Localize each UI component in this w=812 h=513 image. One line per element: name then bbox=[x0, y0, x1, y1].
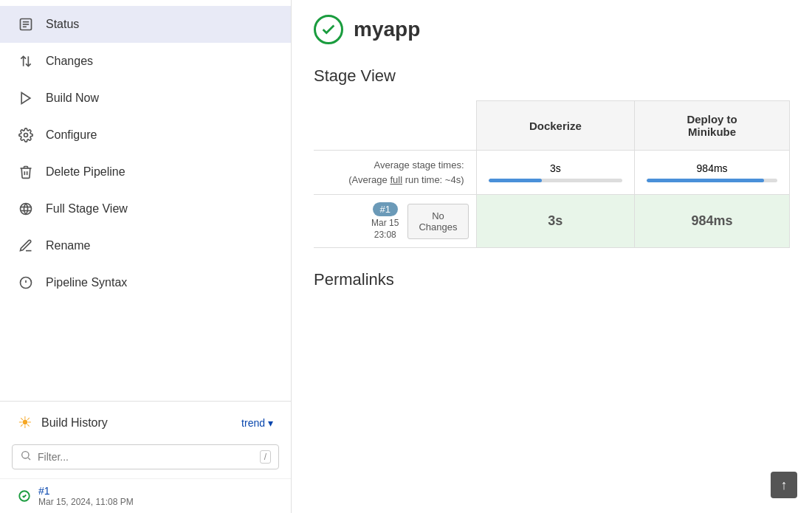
trend-button[interactable]: trend ▾ bbox=[241, 417, 273, 429]
sun-icon: ☀ bbox=[18, 413, 32, 433]
build-info-cell: #1 Mar 15 23:08 NoChanges bbox=[314, 195, 476, 248]
build-item-info: #1 Mar 15, 2024, 11:08 PM bbox=[38, 485, 134, 507]
svg-point-8 bbox=[21, 204, 32, 215]
sidebar-nav: Status Changes Build Now bbox=[0, 0, 291, 401]
build-history-header: ☀ Build History trend ▾ bbox=[0, 402, 291, 444]
sidebar-item-build-now[interactable]: Build Now bbox=[0, 80, 291, 117]
avg-dockerize-cell: 3s bbox=[476, 151, 635, 195]
sidebar-item-configure-label: Configure bbox=[46, 128, 97, 142]
changes-icon bbox=[18, 53, 34, 69]
sidebar-item-status[interactable]: Status bbox=[0, 6, 291, 43]
avg-deploy-content: 984ms bbox=[647, 162, 777, 182]
build-badge-num: #1 bbox=[373, 202, 398, 216]
permalinks-title: Permalinks bbox=[314, 270, 790, 289]
dockerize-progress-bar bbox=[489, 179, 623, 182]
sidebar-item-build-now-label: Build Now bbox=[46, 92, 99, 105]
stage-view-title: Stage View bbox=[314, 66, 790, 86]
trend-label: trend bbox=[241, 417, 265, 429]
build-number[interactable]: #1 bbox=[38, 485, 134, 497]
pipeline-syntax-icon bbox=[18, 275, 34, 291]
avg-dockerize-time: 3s bbox=[550, 162, 561, 174]
filter-bar: / bbox=[12, 444, 279, 469]
success-check-icon bbox=[314, 15, 343, 44]
deploy-progress-bar bbox=[647, 179, 777, 182]
dockerize-progress-fill bbox=[489, 179, 543, 182]
stage-view-table: Dockerize Deploy to Minikube Average sta… bbox=[314, 100, 790, 248]
build-item: #1 Mar 15, 2024, 11:08 PM bbox=[0, 478, 291, 513]
svg-line-15 bbox=[28, 458, 30, 460]
no-changes-label: NoChanges bbox=[419, 210, 457, 233]
configure-icon bbox=[18, 127, 34, 143]
sidebar-item-full-stage-view-label: Full Stage View bbox=[46, 202, 128, 216]
svg-point-14 bbox=[22, 452, 29, 458]
sidebar-item-changes-label: Changes bbox=[46, 55, 93, 68]
search-icon bbox=[20, 450, 32, 464]
build-history-title: Build History bbox=[41, 416, 108, 430]
sidebar-item-rename[interactable]: Rename bbox=[0, 227, 291, 264]
rename-icon bbox=[18, 238, 34, 254]
avg-label-cell: Average stage times: (Average full run t… bbox=[314, 151, 476, 195]
delete-pipeline-icon bbox=[18, 164, 34, 180]
build-now-icon bbox=[18, 90, 34, 106]
sidebar-item-full-stage-view[interactable]: Full Stage View bbox=[0, 190, 291, 227]
sidebar-item-configure[interactable]: Configure bbox=[0, 117, 291, 154]
sidebar-item-delete-pipeline[interactable]: Delete Pipeline bbox=[0, 154, 291, 190]
trend-chevron-icon: ▾ bbox=[268, 417, 273, 429]
sidebar: Status Changes Build Now bbox=[0, 0, 292, 513]
filter-slash: / bbox=[260, 450, 271, 464]
app-header: myapp bbox=[314, 15, 790, 44]
sidebar-item-status-label: Status bbox=[46, 18, 79, 31]
deploy-progress-fill bbox=[647, 179, 764, 182]
build-deploy-cell: 984ms bbox=[635, 195, 790, 248]
sidebar-item-pipeline-syntax-label: Pipeline Syntax bbox=[46, 276, 127, 289]
stage-header-empty bbox=[314, 101, 476, 151]
build-dockerize-cell: 3s bbox=[476, 195, 635, 248]
avg-deploy-cell: 984ms bbox=[635, 151, 790, 195]
avg-dockerize-content: 3s bbox=[489, 162, 623, 182]
stage-header-dockerize: Dockerize bbox=[476, 101, 635, 151]
avg-label: Average stage times: (Average full run t… bbox=[326, 158, 464, 187]
full-stage-view-icon bbox=[18, 201, 34, 217]
sidebar-item-rename-label: Rename bbox=[46, 239, 90, 252]
build-success-icon bbox=[18, 489, 31, 503]
build-badge-time: 23:08 bbox=[374, 230, 396, 240]
sidebar-item-pipeline-syntax[interactable]: Pipeline Syntax bbox=[0, 264, 291, 301]
status-icon bbox=[18, 16, 34, 32]
app-title: myapp bbox=[354, 18, 420, 41]
filter-input[interactable] bbox=[38, 451, 254, 463]
sidebar-item-changes[interactable]: Changes bbox=[0, 43, 291, 80]
svg-marker-6 bbox=[21, 93, 30, 104]
build-badge-date: Mar 15 bbox=[371, 218, 399, 228]
build-badge[interactable]: #1 Mar 15 23:08 bbox=[371, 202, 399, 240]
build-history-left: ☀ Build History bbox=[18, 413, 108, 433]
stage-header-deploy: Deploy to Minikube bbox=[635, 101, 790, 151]
sidebar-item-delete-pipeline-label: Delete Pipeline bbox=[46, 165, 125, 179]
svg-point-7 bbox=[24, 134, 28, 137]
scroll-top-button[interactable]: ↑ bbox=[771, 472, 797, 498]
avg-deploy-time: 984ms bbox=[697, 162, 728, 174]
build-date: Mar 15, 2024, 11:08 PM bbox=[38, 497, 134, 507]
build-history-section: ☀ Build History trend ▾ / bbox=[0, 401, 291, 513]
main-content: myapp Stage View Dockerize Deploy to Min… bbox=[292, 0, 812, 513]
no-changes-box: NoChanges bbox=[407, 204, 468, 239]
